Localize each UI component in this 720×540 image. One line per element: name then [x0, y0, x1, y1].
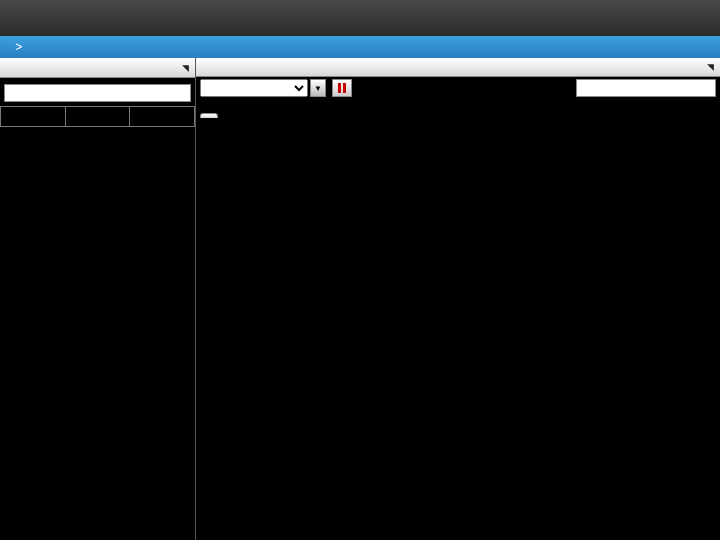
col-value: [130, 107, 195, 127]
chart-panel: ◥ ▼: [196, 58, 720, 540]
chart-options-header[interactable]: ◥: [196, 58, 720, 77]
col-equipment-id: [65, 107, 130, 127]
data-mode-select[interactable]: [200, 79, 308, 97]
tab-strip: [196, 99, 720, 118]
top-bar: [0, 0, 720, 36]
search-field[interactable]: [576, 79, 716, 97]
trending-chart: [196, 118, 720, 540]
chart-options-row: ▼: [196, 77, 720, 98]
pause-button[interactable]: [332, 79, 352, 97]
expand-icon: ◥: [182, 63, 189, 73]
col-checkbox: [1, 107, 66, 127]
breadcrumb: >: [0, 36, 720, 58]
expand-icon: ◥: [707, 62, 714, 72]
breadcrumb-separator: >: [15, 40, 22, 54]
component-list-header[interactable]: ◥: [0, 58, 195, 78]
sidebar: ◥: [0, 58, 196, 540]
component-table: [0, 106, 195, 127]
component-search-input[interactable]: [4, 84, 191, 102]
mode-dropdown-button[interactable]: ▼: [310, 79, 326, 97]
